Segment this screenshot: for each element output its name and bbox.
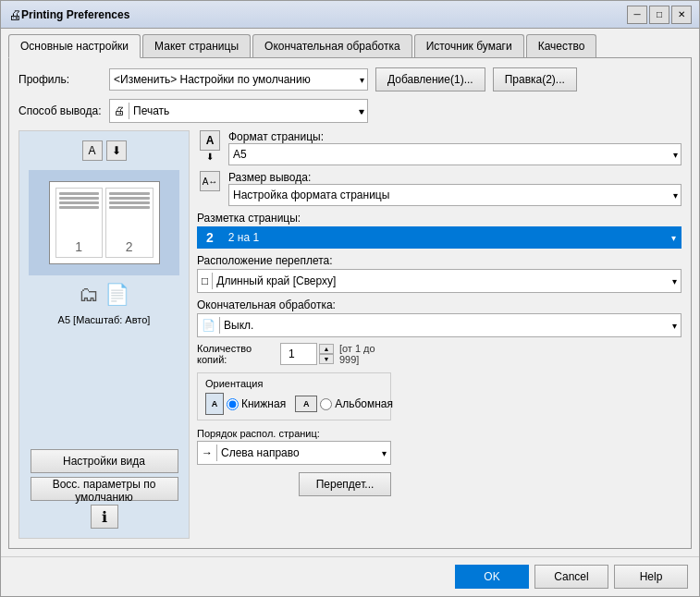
output-select-wrapper: 🖨 Печать ▾ — [109, 99, 368, 123]
main-area: A ⬇ 1 — [18, 130, 682, 539]
nup-arrow-icon: ▾ — [668, 228, 680, 247]
close-button[interactable]: ✕ — [671, 6, 692, 24]
add-profile-button[interactable]: Добавление(1)... — [375, 67, 485, 91]
view-settings-button[interactable]: Настройки вида — [31, 449, 178, 473]
finishing-value: Выкл. — [220, 317, 669, 334]
page-preview-area: 1 2 — [29, 170, 179, 275]
page1-number: 1 — [75, 239, 82, 254]
ok-button[interactable]: OK — [455, 565, 529, 589]
binding-select[interactable]: □ Длинный край [Сверху] ▾ — [197, 269, 682, 293]
profile-label: Профиль: — [18, 73, 102, 86]
finishing-select[interactable]: 📄 Выкл. ▾ — [197, 313, 682, 337]
copies-input[interactable] — [280, 343, 317, 365]
restore-defaults-button[interactable]: Восс. параметры по умолчанию — [31, 477, 178, 501]
tab-paper[interactable]: Источник бумаги — [414, 34, 524, 57]
landscape-option[interactable]: A Альбомная — [295, 396, 393, 412]
output-size-icon: A↔ — [200, 171, 220, 191]
help-button[interactable]: Help — [614, 565, 688, 589]
page-size-select[interactable]: A5 — [228, 143, 682, 165]
page-order-label: Порядок распол. страниц: — [197, 428, 391, 439]
booklet-button[interactable]: Перепдет... — [299, 472, 391, 496]
nup-number: 2 — [199, 228, 221, 247]
copies-up-button[interactable]: ▲ — [319, 344, 334, 354]
preview-icon1: A — [82, 140, 103, 161]
tab-finish[interactable]: Окончательная обработка — [252, 34, 412, 57]
profile-select-wrapper: <Изменить> Настройки по умолчанию — [109, 68, 368, 91]
page2-number: 2 — [126, 239, 133, 254]
output-label: Способ вывода: — [18, 104, 102, 117]
output-size-section: A↔ Размер вывода: Настройка формата стра… — [197, 171, 682, 206]
tab-basic[interactable]: Основные настройки — [8, 34, 141, 58]
nup-select[interactable]: 2 2 на 1 ▾ — [197, 226, 682, 249]
output-size-label: Размер вывода: — [228, 171, 682, 184]
page-order-icon: → — [198, 445, 217, 461]
maximize-button[interactable]: □ — [649, 6, 669, 24]
output-value: Печать — [129, 103, 355, 119]
main-window: 🖨 Printing Preferences ─ □ ✕ Основные на… — [0, 0, 700, 597]
page-size-label: Формат страницы: — [228, 130, 682, 143]
profile-select[interactable]: <Изменить> Настройки по умолчанию — [109, 68, 368, 91]
minimize-button[interactable]: ─ — [627, 6, 647, 24]
landscape-radio[interactable] — [320, 398, 332, 410]
binding-icon: □ — [198, 273, 213, 289]
output-arrow-icon: ▾ — [355, 104, 367, 118]
page-size-arrow-icon: ⬇ — [206, 152, 214, 162]
preview-buttons: Настройки вида Восс. параметры по умолча… — [31, 442, 178, 529]
output-size-select[interactable]: Настройка формата страницы — [228, 184, 682, 206]
page-order-value: Слева направо — [217, 445, 378, 461]
copies-row: Количество копий: ▲ ▼ [от 1 до 999] — [197, 343, 391, 365]
page-size-icons: A ⬇ — [197, 130, 223, 162]
preview-page-container: 1 2 — [49, 181, 160, 264]
settings-panel: A ⬇ Формат страницы: A5 — [197, 130, 682, 539]
finishing-icon: 📄 — [198, 317, 220, 334]
finishing-label: Окончательная обработка: — [197, 298, 682, 311]
portrait-option[interactable]: A Книжная — [205, 393, 286, 415]
nup-value: 2 на 1 — [221, 228, 668, 247]
finishing-arrow-icon: ▾ — [669, 319, 681, 333]
layout-pages-section: Разметка страницы: 2 2 на 1 ▾ — [197, 212, 682, 249]
preview-panel: A ⬇ 1 — [18, 130, 190, 539]
portrait-radio[interactable] — [227, 398, 239, 410]
preview-status-text: А5 [Масштаб: Авто] — [58, 314, 151, 325]
page-order-section: Порядок распол. страниц: → Слева направо… — [197, 428, 391, 465]
window-icon: 🖨 — [8, 7, 21, 22]
preview-icons-row: A ⬇ — [82, 140, 127, 161]
output-size-select-wrapper: Настройка формата страницы — [228, 184, 682, 206]
page-order-select[interactable]: → Слева направо ▾ — [197, 441, 391, 465]
output-icon: 🖨 — [110, 103, 129, 119]
page-size-section: A ⬇ Формат страницы: A5 — [197, 130, 682, 165]
copies-input-group: ▲ ▼ — [280, 343, 334, 365]
preview-icon2: ⬇ — [106, 140, 127, 161]
preview-page-2: 2 — [105, 188, 154, 258]
binding-section: Расположение переплета: □ Длинный край [… — [197, 254, 682, 293]
window-title: Printing Preferences — [21, 8, 627, 21]
copies-down-button[interactable]: ▼ — [319, 354, 334, 364]
finishing-section: Окончательная обработка: 📄 Выкл. ▾ — [197, 298, 682, 337]
page2-lines — [109, 192, 150, 209]
preview-page-1: 1 — [55, 188, 104, 258]
title-buttons: ─ □ ✕ — [627, 6, 692, 24]
binding-value: Длинный край [Сверху] — [213, 273, 669, 289]
output-size-icons: A↔ — [197, 171, 223, 191]
tab-bar: Основные настройки Макет страницы Оконча… — [1, 29, 699, 57]
main-content: Профиль: <Изменить> Настройки по умолчан… — [8, 57, 692, 549]
tab-layout[interactable]: Макет страницы — [142, 34, 251, 57]
info-button[interactable]: ℹ — [91, 505, 118, 529]
page-order-arrow-icon: ▾ — [378, 446, 390, 460]
landscape-label: Альбомная — [335, 397, 393, 410]
landscape-icon: A — [295, 396, 317, 412]
layout-pages-label: Разметка страницы: — [197, 212, 682, 225]
orientation-options: A Книжная A Альбомная — [205, 393, 383, 415]
spin-buttons: ▲ ▼ — [319, 344, 334, 364]
output-size-control: Размер вывода: Настройка формата страниц… — [228, 171, 682, 206]
orientation-title: Ориентация — [205, 378, 383, 389]
page-size-select-wrapper: A5 — [228, 143, 682, 165]
tab-quality[interactable]: Качество — [526, 34, 597, 57]
edit-profile-button[interactable]: Правка(2)... — [493, 67, 577, 91]
stack-icon1: 🗂 — [79, 283, 99, 307]
cancel-button[interactable]: Cancel — [534, 565, 608, 589]
orientation-group: Ориентация A Книжная A Альбомная — [197, 372, 391, 420]
stack-icons: 🗂 📄 — [79, 283, 129, 307]
binding-arrow-icon: ▾ — [669, 274, 681, 288]
stack-icon2: 📄 — [104, 283, 129, 307]
